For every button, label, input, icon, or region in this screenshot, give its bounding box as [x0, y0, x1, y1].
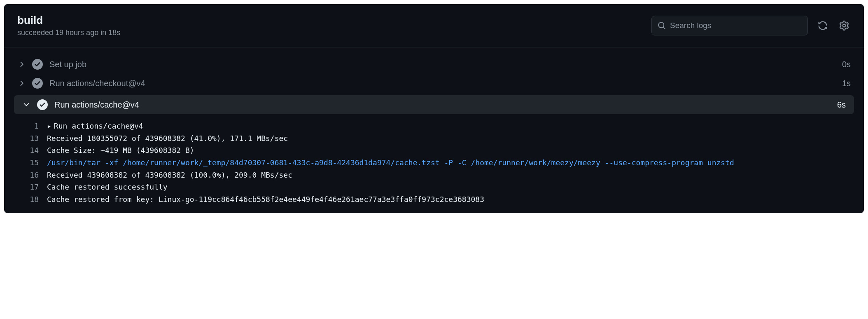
- chevron-right-icon: [17, 60, 26, 68]
- step-name: Set up job: [49, 60, 835, 69]
- step-name: Run actions/checkout@v4: [49, 79, 835, 88]
- job-status: succeeded 19 hours ago in 18s: [17, 28, 120, 37]
- check-circle-icon: [32, 78, 43, 89]
- line-number: 16: [17, 169, 47, 181]
- line-number: 14: [17, 144, 47, 157]
- search-box[interactable]: [651, 16, 808, 35]
- log-line: 18 Cache restored from key: Linux-go-119…: [4, 193, 864, 206]
- chevron-right-icon: [17, 79, 26, 87]
- step-duration: 0s: [842, 60, 851, 69]
- header-right: [651, 16, 851, 35]
- line-number: 1: [17, 120, 47, 132]
- search-icon: [658, 21, 666, 30]
- log-line: 16 Received 439608382 of 439608382 (100.…: [4, 169, 864, 181]
- steps: Set up job 0s Run actions/checkout@v4 1s…: [4, 47, 864, 213]
- log-panel: build succeeded 19 hours ago in 18s Set …: [4, 4, 864, 213]
- line-number: 18: [17, 193, 47, 206]
- step-row-checkout[interactable]: Run actions/checkout@v4 1s: [4, 74, 864, 93]
- settings-button[interactable]: [838, 19, 851, 32]
- line-text: Cache Size: ~419 MB (439608382 B): [47, 144, 851, 157]
- log-line: 15 /usr/bin/tar -xf /home/runner/work/_t…: [4, 157, 864, 169]
- chevron-down-icon: [22, 101, 30, 109]
- line-number: 15: [17, 157, 47, 169]
- line-number: 17: [17, 181, 47, 193]
- line-text: Cache restored from key: Linux-go-119cc8…: [47, 193, 851, 206]
- gear-icon: [839, 21, 849, 30]
- line-text: Received 439608382 of 439608382 (100.0%)…: [47, 169, 851, 181]
- log-line: 1 ▸Run actions/cache@v4: [4, 120, 864, 132]
- step-duration: 6s: [837, 100, 846, 110]
- sync-icon: [818, 21, 828, 30]
- step-row-cache[interactable]: Run actions/cache@v4 6s: [14, 95, 854, 114]
- check-circle-icon: [37, 99, 48, 110]
- header-left: build succeeded 19 hours ago in 18s: [17, 14, 120, 37]
- log-line: 14 Cache Size: ~419 MB (439608382 B): [4, 144, 864, 157]
- line-number: 13: [17, 132, 47, 145]
- step-row-setup-job[interactable]: Set up job 0s: [4, 55, 864, 74]
- step-duration: 1s: [842, 79, 851, 88]
- search-input[interactable]: [670, 21, 802, 30]
- step-name: Run actions/cache@v4: [54, 100, 831, 110]
- check-circle-icon: [32, 59, 43, 70]
- log-line: 13 Received 180355072 of 439608382 (41.0…: [4, 132, 864, 145]
- line-text: Received 180355072 of 439608382 (41.0%),…: [47, 132, 851, 145]
- refresh-button[interactable]: [816, 19, 829, 32]
- log-line: 17 Cache restored successfully: [4, 181, 864, 193]
- log-output: 1 ▸Run actions/cache@v4 13 Received 1803…: [4, 117, 864, 206]
- line-text: /usr/bin/tar -xf /home/runner/work/_temp…: [47, 157, 851, 169]
- header: build succeeded 19 hours ago in 18s: [4, 4, 864, 47]
- disclosure-triangle-icon[interactable]: ▸: [47, 120, 51, 132]
- job-title: build: [17, 14, 120, 27]
- line-text: Cache restored successfully: [47, 181, 851, 193]
- line-text: ▸Run actions/cache@v4: [47, 120, 851, 132]
